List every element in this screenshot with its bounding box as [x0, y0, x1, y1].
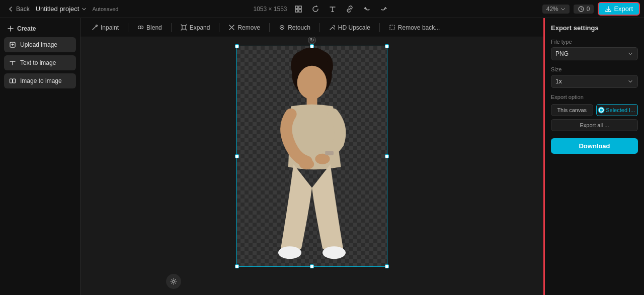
remove-icon [228, 24, 235, 31]
text-to-image-label: Text to image [20, 59, 56, 66]
export-option-buttons: This canvas Selected I... [551, 104, 638, 116]
zoom-chevron-icon [560, 7, 566, 12]
svg-point-26 [173, 280, 175, 282]
remove-bg-tool[interactable]: Remove back... [384, 22, 445, 33]
toolbar-separator-5 [319, 23, 320, 32]
export-label: Export [614, 5, 633, 13]
svg-rect-1 [299, 6, 301, 9]
zoom-control[interactable]: 42% [542, 5, 570, 14]
svg-rect-6 [10, 79, 13, 83]
text-to-image-button[interactable]: Text to image [4, 55, 76, 70]
svg-point-13 [281, 27, 283, 28]
upload-image-label: Upload image [20, 41, 57, 48]
remove-tool[interactable]: Remove [223, 22, 265, 33]
toolbar-separator-4 [269, 23, 270, 32]
svg-rect-0 [295, 6, 298, 9]
image-to-image-button[interactable]: Image to image [4, 73, 76, 88]
file-type-select[interactable]: PNG [551, 47, 638, 60]
svg-point-21 [299, 159, 314, 169]
notification-button[interactable]: 0 [574, 5, 594, 14]
image-to-image-icon [9, 77, 16, 84]
undo-button[interactable] [360, 2, 374, 16]
export-button[interactable]: Export [598, 2, 640, 16]
retouch-icon [279, 24, 285, 31]
svg-rect-25 [325, 151, 334, 155]
inpaint-label: Inpaint [101, 24, 119, 31]
image-to-image-label: Image to image [20, 77, 62, 84]
retouch-tool[interactable]: Retouch [274, 22, 315, 33]
autosaved-label: Autosaved [92, 6, 118, 12]
download-button[interactable]: Download [551, 138, 638, 154]
retouch-label: Retouch [288, 24, 310, 31]
file-type-chevron-icon [627, 51, 633, 57]
export-settings-title: Export settings [551, 24, 638, 32]
svg-point-19 [297, 65, 327, 99]
expand-label: Expand [190, 24, 210, 31]
back-button[interactable]: Back [4, 5, 33, 14]
file-type-label: File type [551, 39, 638, 45]
selected-layers-label: Selected I... [606, 107, 635, 113]
upload-image-button[interactable]: Upload image [4, 37, 76, 52]
back-arrow-icon [7, 6, 14, 13]
size-select[interactable]: 1x [551, 75, 638, 88]
settings-button[interactable] [166, 274, 181, 289]
remove-bg-icon [389, 24, 395, 31]
settings-area [166, 274, 181, 289]
frame-icon [294, 5, 302, 13]
selected-layers-button[interactable]: Selected I... [596, 104, 638, 116]
svg-rect-7 [13, 79, 16, 83]
blend-tool[interactable]: Blend [132, 22, 167, 33]
back-label: Back [16, 6, 30, 13]
project-title: Untitled project [36, 5, 79, 13]
text-tool-button[interactable] [326, 2, 340, 16]
link-tool-button[interactable] [343, 2, 357, 16]
this-canvas-label: This canvas [557, 107, 587, 113]
frame-tool-button[interactable] [291, 2, 305, 16]
redo-button[interactable] [377, 2, 391, 16]
canvas-area: Inpaint Blend Expand [80, 18, 543, 295]
canvas-toolbar: Inpaint Blend Expand [80, 18, 543, 37]
topbar-center: 1053 × 1553 [217, 2, 427, 16]
inpaint-tool[interactable]: Inpaint [87, 22, 124, 33]
topbar: Back Untitled project Autosaved 1053 × 1… [0, 0, 644, 18]
blend-icon [137, 24, 144, 31]
svg-rect-11 [182, 26, 186, 29]
toolbar-separator-3 [219, 23, 219, 32]
export-settings-panel: Export settings File type PNG Size 1x Ex… [543, 18, 644, 295]
radio-selected-icon [599, 108, 604, 113]
size-chevron-icon [627, 78, 633, 84]
create-label-text: Create [17, 25, 36, 32]
canvas-wrapper[interactable]: ↻ [80, 37, 543, 295]
link-icon [346, 5, 354, 13]
project-name[interactable]: Untitled project [36, 5, 88, 13]
svg-point-24 [323, 246, 346, 259]
notification-icon [578, 6, 585, 13]
refresh-icon [311, 5, 319, 13]
notification-count: 0 [587, 6, 590, 13]
canvas-dimensions: 1053 × 1553 [253, 6, 287, 13]
this-canvas-button[interactable]: This canvas [551, 104, 593, 116]
blend-label: Blend [146, 24, 162, 31]
chevron-down-icon [81, 6, 87, 12]
remove-bg-label: Remove back... [398, 24, 440, 31]
svg-point-23 [278, 246, 301, 259]
create-section-label: Create [4, 23, 76, 34]
rotate-handle[interactable]: ↻ [308, 37, 316, 44]
toolbar-separator-2 [171, 23, 172, 32]
canvas-image [236, 46, 387, 267]
create-icon [7, 25, 14, 32]
refresh-tool-button[interactable] [308, 2, 323, 16]
text-to-image-icon [9, 59, 16, 66]
inpaint-icon [92, 24, 98, 31]
person-figure [236, 46, 387, 267]
toolbar-separator-6 [379, 23, 380, 32]
canvas-image-container[interactable]: ↻ [236, 46, 387, 267]
export-all-button[interactable]: Export all ... [551, 119, 638, 131]
upscale-tool[interactable]: HD Upscale [324, 22, 375, 33]
topbar-left: Back Untitled project Autosaved [4, 5, 213, 14]
remove-label: Remove [237, 24, 260, 31]
topbar-tools [291, 2, 391, 16]
expand-tool[interactable]: Expand [176, 22, 215, 33]
expand-icon [181, 24, 187, 31]
svg-rect-2 [295, 10, 298, 12]
